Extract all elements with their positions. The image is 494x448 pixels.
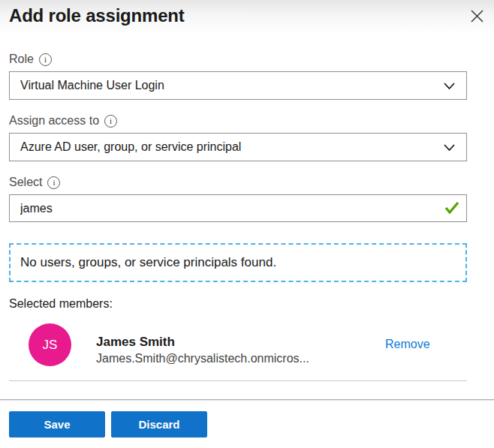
chevron-down-icon [443,142,456,155]
role-dropdown-value: Virtual Machine User Login [20,79,164,92]
add-role-assignment-panel: Add role assignment Role i Virtual Machi… [0,0,494,448]
no-results-message: No users, groups, or service principals … [20,255,276,270]
info-icon[interactable]: i [104,115,117,128]
selected-members-label: Selected members: [9,297,113,311]
page-title: Add role assignment [9,5,185,26]
member-email: James.Smith@chrysalistech.onmicros... [96,352,309,365]
chevron-down-icon [443,80,456,94]
remove-member-link[interactable]: Remove [385,338,430,351]
role-label-text: Role [9,53,34,66]
select-search-input[interactable] [9,194,467,222]
info-icon[interactable]: i [47,176,60,189]
select-label: Select i [9,176,60,189]
footer-divider [0,399,494,400]
close-icon [469,8,485,24]
discard-button[interactable]: Discard [111,411,207,437]
assign-access-to-dropdown[interactable]: Azure AD user, group, or service princip… [9,133,467,161]
close-button[interactable] [467,6,486,26]
avatar-initials: JS [43,338,58,353]
selected-member-row: JS James Smith James.Smith@chrysalistech… [0,323,494,368]
valid-check-icon [444,201,459,218]
assign-access-to-label-text: Assign access to [9,114,99,128]
info-icon[interactable]: i [39,53,52,66]
member-name: James Smith [96,335,175,350]
assign-access-to-label: Assign access to i [9,114,117,128]
role-label: Role i [9,53,52,66]
assign-access-to-dropdown-value: Azure AD user, group, or service princip… [20,140,241,154]
save-button[interactable]: Save [9,411,105,437]
member-list-divider [9,380,467,381]
no-results-box: No users, groups, or service principals … [9,243,467,282]
role-dropdown[interactable]: Virtual Machine User Login [9,71,467,100]
select-label-text: Select [9,176,42,189]
avatar: JS [29,323,71,366]
select-search-field [9,194,467,222]
